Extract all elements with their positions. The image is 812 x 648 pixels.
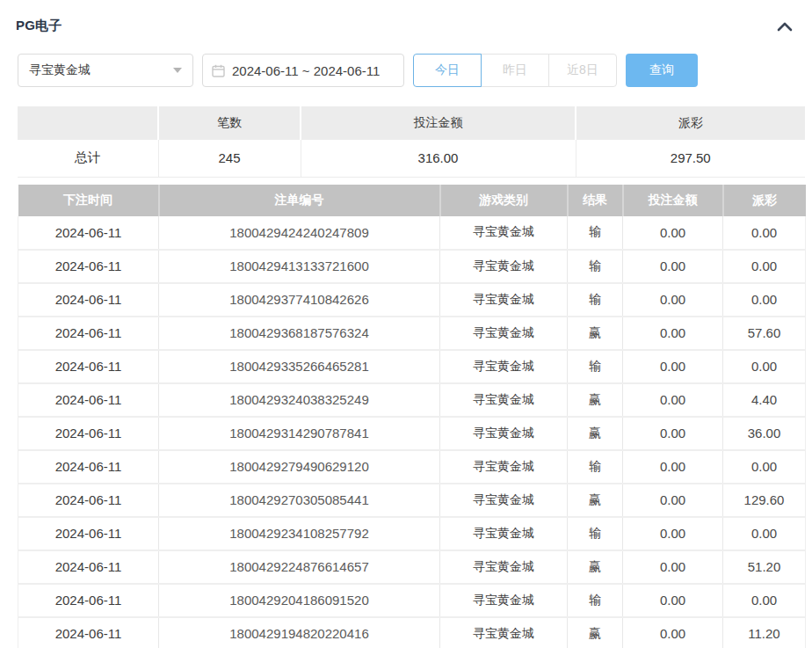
cell-order_no: 1800429270305085441 — [159, 484, 440, 517]
cell-result: 赢 — [568, 484, 623, 517]
table-row: 2024-06-111800429424240247809寻宝黄金城输0.000… — [18, 216, 806, 250]
cell-order_no: 1800429335266465281 — [159, 350, 440, 383]
table-row: 2024-06-111800429204186091520寻宝黄金城输0.000… — [18, 584, 806, 617]
header-payout: 派彩 — [723, 185, 806, 216]
cell-bet: 0.00 — [623, 417, 723, 450]
table-row: 2024-06-111800429335266465281寻宝黄金城输0.000… — [18, 350, 806, 383]
table-row: 2024-06-111800429413133721600寻宝黄金城输0.000… — [18, 250, 806, 283]
cell-bet: 0.00 — [623, 350, 723, 383]
cell-time: 2024-06-11 — [18, 350, 159, 383]
cell-payout: 0.00 — [723, 450, 806, 484]
summary-header-payout: 派彩 — [576, 106, 805, 140]
cell-order_no: 1800429377410842626 — [159, 283, 440, 317]
cell-time: 2024-06-11 — [18, 417, 159, 450]
cell-bet: 0.00 — [623, 383, 723, 417]
cell-result: 赢 — [568, 550, 623, 584]
cell-payout: 0.00 — [723, 216, 806, 250]
collapse-button[interactable] — [775, 18, 794, 34]
cell-payout: 0.00 — [723, 350, 806, 383]
cell-game: 寻宝黄金城 — [440, 350, 568, 383]
cell-game: 寻宝黄金城 — [440, 450, 568, 484]
cell-result: 输 — [568, 350, 623, 383]
cell-bet: 0.00 — [623, 216, 723, 250]
cell-time: 2024-06-11 — [18, 450, 159, 484]
cell-result: 输 — [568, 283, 623, 317]
cell-payout: 4.40 — [723, 383, 806, 417]
cell-order_no: 1800429234108257792 — [159, 517, 440, 550]
cell-result: 赢 — [568, 617, 623, 648]
summary-header-blank — [18, 106, 158, 140]
table-row: 2024-06-111800429279490629120寻宝黄金城输0.000… — [18, 450, 806, 484]
cell-result: 赢 — [568, 383, 623, 417]
header-bet-amount: 投注金额 — [623, 185, 723, 216]
cell-order_no: 1800429204186091520 — [159, 584, 440, 617]
cell-game: 寻宝黄金城 — [440, 216, 568, 250]
cell-game: 寻宝黄金城 — [440, 484, 568, 517]
cell-result: 输 — [568, 216, 623, 250]
cell-time: 2024-06-11 — [18, 216, 159, 250]
cell-bet: 0.00 — [623, 550, 723, 584]
cell-payout: 0.00 — [723, 283, 806, 317]
cell-order_no: 1800429279490629120 — [159, 450, 440, 484]
cell-time: 2024-06-11 — [18, 484, 159, 517]
range-button-yesterday[interactable]: 昨日 — [481, 54, 549, 87]
game-select-value: 寻宝黄金城 — [29, 62, 91, 78]
bet-table-body: 2024-06-111800429424240247809寻宝黄金城输0.000… — [18, 216, 806, 648]
cell-game: 寻宝黄金城 — [440, 417, 568, 450]
query-button[interactable]: 查询 — [626, 54, 698, 87]
cell-time: 2024-06-11 — [18, 283, 159, 317]
cell-game: 寻宝黄金城 — [440, 283, 568, 317]
cell-bet: 0.00 — [623, 283, 723, 317]
panel-header: PG电子 — [0, 0, 812, 34]
summary-total-payout: 297.50 — [576, 140, 805, 177]
cell-time: 2024-06-11 — [18, 617, 159, 648]
pg-panel: PG电子 寻宝黄金城 2024-06-11 ~ 2024-06-11 今日 昨日… — [0, 0, 812, 648]
table-row: 2024-06-111800429324038325249寻宝黄金城赢0.004… — [18, 383, 806, 417]
cell-bet: 0.00 — [623, 584, 723, 617]
bet-table-header-row: 下注时间 注单编号 游戏类别 结果 投注金额 派彩 — [18, 185, 806, 216]
bet-table: 下注时间 注单编号 游戏类别 结果 投注金额 派彩 2024-06-111800… — [18, 185, 806, 648]
cell-result: 赢 — [568, 417, 623, 450]
quick-range-group: 今日 昨日 近8日 — [413, 54, 617, 87]
summary-total-count: 245 — [158, 140, 301, 177]
chevron-up-icon — [777, 21, 793, 32]
cell-time: 2024-06-11 — [18, 383, 159, 417]
cell-time: 2024-06-11 — [18, 584, 159, 617]
panel-title: PG电子 — [16, 18, 62, 34]
cell-order_no: 1800429324038325249 — [159, 383, 440, 417]
cell-payout: 0.00 — [723, 584, 806, 617]
cell-order_no: 1800429314290787841 — [159, 417, 440, 450]
cell-game: 寻宝黄金城 — [440, 584, 568, 617]
cell-time: 2024-06-11 — [18, 250, 159, 283]
range-button-last8days[interactable]: 近8日 — [548, 54, 617, 87]
game-select[interactable]: 寻宝黄金城 — [18, 54, 193, 87]
cell-time: 2024-06-11 — [18, 550, 159, 584]
cell-time: 2024-06-11 — [18, 517, 159, 550]
cell-result: 输 — [568, 250, 623, 283]
cell-game: 寻宝黄金城 — [440, 250, 568, 283]
cell-game: 寻宝黄金城 — [440, 617, 568, 648]
cell-bet: 0.00 — [623, 517, 723, 550]
table-row: 2024-06-111800429270305085441寻宝黄金城赢0.001… — [18, 484, 806, 517]
cell-order_no: 1800429224876614657 — [159, 550, 440, 584]
header-result: 结果 — [568, 185, 623, 216]
cell-game: 寻宝黄金城 — [440, 550, 568, 584]
cell-payout: 0.00 — [723, 250, 806, 283]
cell-bet: 0.00 — [623, 250, 723, 283]
cell-payout: 36.00 — [723, 417, 806, 450]
range-button-today[interactable]: 今日 — [413, 54, 482, 87]
table-row: 2024-06-111800429224876614657寻宝黄金城赢0.005… — [18, 550, 806, 584]
cell-payout: 0.00 — [723, 517, 806, 550]
cell-order_no: 1800429368187576324 — [159, 317, 440, 350]
cell-game: 寻宝黄金城 — [440, 383, 568, 417]
summary-total-row: 总计 245 316.00 297.50 — [18, 140, 805, 177]
filter-bar: 寻宝黄金城 2024-06-11 ~ 2024-06-11 今日 昨日 近8日 … — [18, 54, 812, 87]
date-range-input[interactable]: 2024-06-11 ~ 2024-06-11 — [202, 54, 404, 87]
date-range-value: 2024-06-11 ~ 2024-06-11 — [232, 63, 380, 78]
summary-header-bet-amount: 投注金额 — [301, 106, 576, 140]
calendar-icon — [212, 64, 225, 77]
header-order-no: 注单编号 — [159, 185, 440, 216]
summary-total-label: 总计 — [18, 140, 158, 177]
table-row: 2024-06-111800429377410842626寻宝黄金城输0.000… — [18, 283, 806, 317]
cell-result: 输 — [568, 517, 623, 550]
